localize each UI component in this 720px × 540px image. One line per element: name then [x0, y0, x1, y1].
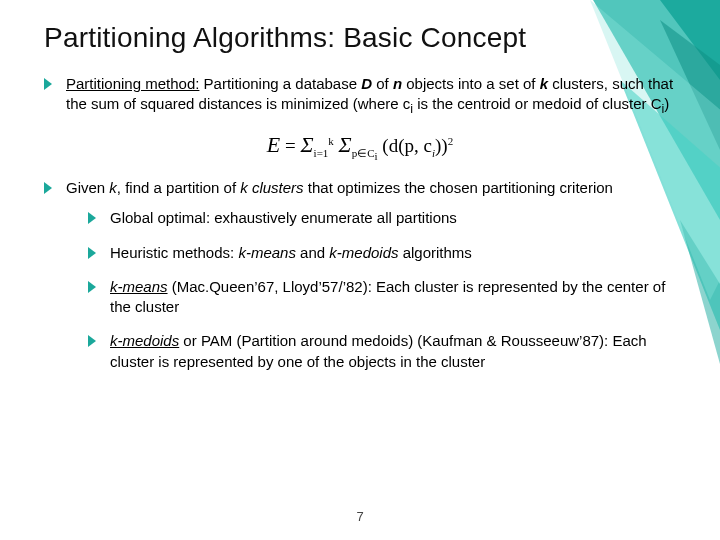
slide-number: 7 — [0, 509, 720, 524]
bullet-list-level-1: Partitioning method: Partitioning a data… — [44, 74, 676, 118]
bullet-list-level-1b: Given k, find a partition of k clusters … — [44, 178, 676, 372]
bullet-partitioning-method: Partitioning method: Partitioning a data… — [44, 74, 676, 118]
sub-kmedoids: k-medoids or PAM (Partition around medoi… — [88, 331, 676, 372]
sub-kmeans: k-means (Mac.Queen’67, Lloyd’57/’82): Ea… — [88, 277, 676, 318]
lead-underline: Partitioning method: — [66, 75, 199, 92]
bullet-list-level-2: Global optimal: exhaustively enumerate a… — [88, 208, 676, 372]
bullet-given-k: Given k, find a partition of k clusters … — [44, 178, 676, 372]
slide-content: Partitioning Algorithms: Basic Concept P… — [0, 0, 720, 396]
slide-title: Partitioning Algorithms: Basic Concept — [44, 22, 676, 54]
sub-heuristic: Heuristic methods: k-means and k-medoids… — [88, 243, 676, 263]
formula: E = Σi=1k Σp∈Ci (d(p, ci))2 — [44, 132, 676, 162]
sub-global-optimal: Global optimal: exhaustively enumerate a… — [88, 208, 676, 228]
